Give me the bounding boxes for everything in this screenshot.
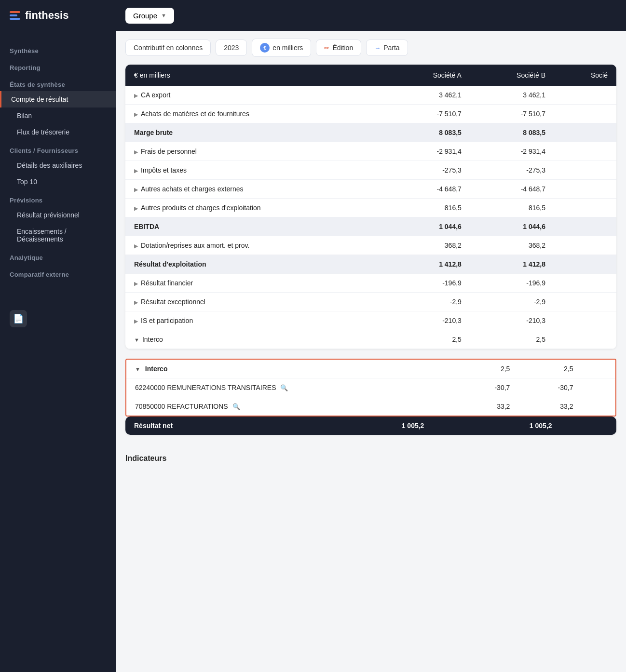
logo-text: finthesis — [25, 9, 68, 22]
row-col3: 8 083,5 — [470, 123, 554, 142]
row-col4 — [554, 274, 616, 293]
row-label: ▶IS et participation — [125, 311, 387, 330]
chevron-down-icon[interactable]: ▼ — [135, 366, 140, 372]
sidebar-item-label: Encaissements / Décaissements — [17, 228, 67, 243]
expand-icon[interactable]: ▶ — [134, 111, 138, 117]
total-col3: 1 005,2 — [433, 417, 560, 435]
sidebar-item-compte-resultat[interactable]: Compte de résultat — [0, 91, 116, 108]
row-col4 — [554, 86, 616, 105]
groupe-label: Groupe — [133, 12, 157, 20]
row-label: ▶Autres achats et charges externes — [125, 180, 387, 199]
contributif-filter-button[interactable]: Contributif en colonnes — [125, 40, 211, 56]
expand-icon[interactable]: ▶ — [134, 205, 138, 211]
table-row: ▶Résultat exceptionnel -2,9 -2,9 — [125, 293, 616, 311]
table-row: ▶Autres achats et charges externes -4 64… — [125, 180, 616, 199]
table-row: ▶Résultat financier -196,9 -196,9 — [125, 274, 616, 293]
indicateurs-title: Indicateurs — [116, 444, 626, 468]
interco-header-col4 — [582, 360, 615, 378]
row-col2: 368,2 — [387, 236, 470, 255]
row-col3: -2 931,4 — [470, 142, 554, 161]
table-header-row: € en milliers Société A Société B Socié — [125, 65, 616, 86]
table-row: ▶Impôts et taxes -275,3 -275,3 — [125, 161, 616, 180]
row-col4 — [582, 378, 615, 397]
row-label: ▶CA export — [125, 86, 387, 105]
sidebar-item-encaissements[interactable]: Encaissements / Décaissements — [0, 223, 116, 247]
row-col3: 2,5 — [470, 330, 554, 349]
table-row: ▶IS et participation -210,3 -210,3 — [125, 311, 616, 330]
document-icon-button[interactable]: 📄 — [10, 310, 27, 327]
sidebar-section-synthese: Synthèse — [0, 40, 116, 57]
expand-icon[interactable]: ▶ — [134, 168, 138, 174]
table-row-summary: Résultat d'exploitation 1 412,8 1 412,8 — [125, 255, 616, 274]
share-icon: → — [374, 44, 381, 52]
row-col3: -2,9 — [470, 293, 554, 311]
sidebar-item-label: Bilan — [17, 112, 32, 120]
row-col4 — [554, 105, 616, 123]
table-row: 62240000 REMUNERATIONS TRANSITAIRES 🔍 -3… — [126, 378, 615, 397]
logo-icon — [10, 11, 20, 20]
topbar: finthesis Groupe ▼ — [0, 0, 626, 31]
row-col3: -4 648,7 — [470, 180, 554, 199]
row-col3: 1 412,8 — [470, 255, 554, 274]
expand-icon[interactable]: ▶ — [134, 149, 138, 155]
row-label: ▶Résultat exceptionnel — [125, 293, 387, 311]
edition-label: Édition — [332, 44, 353, 52]
row-col3: -7 510,7 — [470, 105, 554, 123]
interco-header-col3: 2,5 — [518, 360, 582, 378]
sidebar: Synthèse Reporting États de synthèse Com… — [0, 31, 116, 672]
sidebar-section-analytique: Analytique — [0, 247, 116, 264]
row-col2: -30,7 — [455, 378, 518, 397]
row-col3: 816,5 — [470, 199, 554, 217]
table-row: ▶CA export 3 462,1 3 462,1 — [125, 86, 616, 105]
expand-icon[interactable]: ▶ — [134, 187, 138, 192]
expand-icon[interactable]: ▶ — [134, 93, 138, 98]
row-col2: -2,9 — [387, 293, 470, 311]
edition-filter-button[interactable]: ✏ Édition — [316, 40, 361, 56]
row-col2: 33,2 — [455, 397, 518, 416]
chevron-down-icon[interactable]: ▼ — [134, 337, 139, 343]
total-label: Résultat net — [125, 417, 305, 435]
sidebar-item-resultat-previsionnel[interactable]: Résultat prévisionnel — [0, 207, 116, 223]
sidebar-item-label: Résultat prévisionnel — [17, 211, 80, 219]
groupe-button[interactable]: Groupe ▼ — [125, 8, 174, 24]
table-row-total: Résultat net 1 005,2 1 005,2 — [125, 417, 616, 435]
main-layout: Synthèse Reporting États de synthèse Com… — [0, 31, 626, 672]
row-label: ▶Frais de personnel — [125, 142, 387, 161]
currency-filter-button[interactable]: € en milliers — [252, 39, 311, 57]
sidebar-item-bilan[interactable]: Bilan — [0, 108, 116, 124]
row-col3: 33,2 — [518, 397, 582, 416]
sidebar-item-details-auxiliaires[interactable]: Détails des auxiliaires — [0, 157, 116, 174]
row-label: Résultat d'exploitation — [125, 255, 387, 274]
table-row-interco-collapsed: ▼Interco 2,5 2,5 — [125, 330, 616, 349]
year-filter-button[interactable]: 2023 — [216, 40, 247, 56]
row-label: ▶Autres produits et charges d'exploitati… — [125, 199, 387, 217]
sidebar-section-etats: États de synthèse — [0, 74, 116, 91]
total-table-container: Résultat net 1 005,2 1 005,2 — [125, 417, 616, 435]
interco-expanded-section: ▼ Interco 2,5 2,5 62240000 REMUNERATIONS… — [125, 359, 616, 417]
partage-filter-button[interactable]: → Parta — [366, 40, 408, 56]
expand-icon[interactable]: ▶ — [134, 243, 138, 249]
row-col2: -275,3 — [387, 161, 470, 180]
row-label: 70850000 REFACTURATIONS 🔍 — [126, 397, 455, 416]
row-col4 — [554, 199, 616, 217]
sidebar-item-flux-tresorerie[interactable]: Flux de trésorerie — [0, 124, 116, 140]
interco-header-col2: 2,5 — [455, 360, 518, 378]
row-col4 — [554, 293, 616, 311]
interco-header-row: ▼ Interco 2,5 2,5 — [126, 360, 615, 378]
search-icon[interactable]: 🔍 — [232, 403, 240, 410]
row-col2: -7 510,7 — [387, 105, 470, 123]
search-icon[interactable]: 🔍 — [280, 384, 288, 391]
expand-icon[interactable]: ▶ — [134, 318, 138, 324]
row-label: EBITDA — [125, 217, 387, 236]
row-col4 — [582, 397, 615, 416]
sidebar-section-clients: Clients / Fournisseurs — [0, 140, 116, 157]
expand-icon[interactable]: ▶ — [134, 299, 138, 305]
row-label: ▼Interco — [125, 330, 387, 349]
row-col2: -2 931,4 — [387, 142, 470, 161]
total-col4 — [561, 417, 616, 435]
expand-icon[interactable]: ▶ — [134, 281, 138, 286]
row-col3: -196,9 — [470, 274, 554, 293]
interco-header-label: ▼ Interco — [126, 360, 455, 378]
sidebar-item-top10[interactable]: Top 10 — [0, 174, 116, 190]
row-col3: -275,3 — [470, 161, 554, 180]
